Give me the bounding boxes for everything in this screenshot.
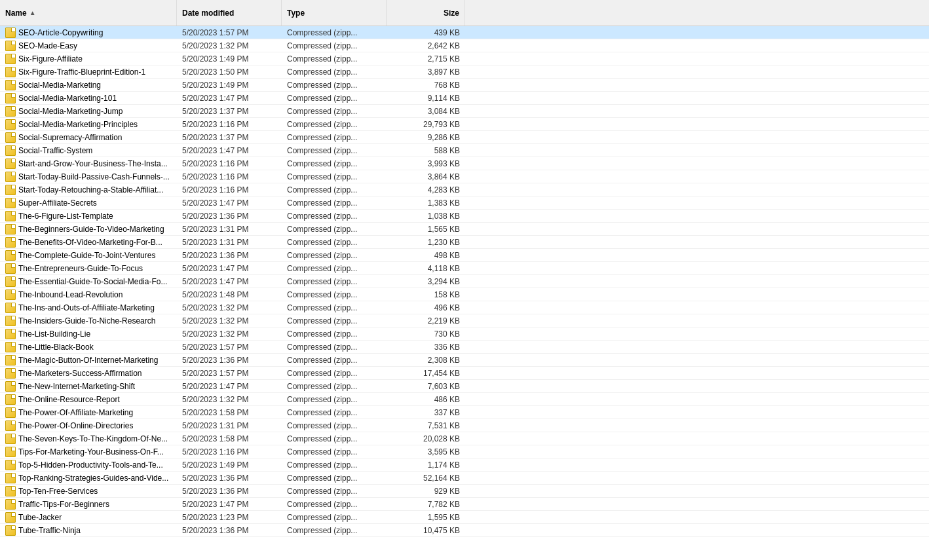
file-size-cell: 1,565 KB <box>387 224 465 234</box>
file-type-cell: Compressed (zipp... <box>282 54 387 64</box>
file-size-cell: 7,782 KB <box>387 499 465 510</box>
table-row[interactable]: Six-Figure-Traffic-Blueprint-Edition-1 5… <box>0 65 929 79</box>
file-type-cell: Compressed (zipp... <box>282 119 387 130</box>
table-row[interactable]: The-Essential-Guide-To-Social-Media-Fo..… <box>0 275 929 288</box>
zip-icon <box>5 263 16 274</box>
table-row[interactable]: Top-Ten-Free-Services 5/20/2023 1:36 PM … <box>0 485 929 498</box>
file-size-cell: 1,230 KB <box>387 237 465 248</box>
header-size[interactable]: Size <box>387 0 465 26</box>
zip-icon <box>5 447 16 457</box>
file-name-text: Six-Figure-Affiliate <box>18 54 83 64</box>
file-date-cell: 5/20/2023 1:16 PM <box>177 185 282 195</box>
file-type-cell: Compressed (zipp... <box>282 145 387 156</box>
table-row[interactable]: Social-Traffic-System 5/20/2023 1:47 PM … <box>0 144 929 157</box>
file-date-cell: 5/20/2023 1:32 PM <box>177 394 282 405</box>
file-name-cell: The-Marketers-Success-Affirmation <box>0 367 177 379</box>
file-size-cell: 3,897 KB <box>387 67 465 77</box>
file-type-cell: Compressed (zipp... <box>282 473 387 483</box>
zip-icon <box>5 198 16 208</box>
table-row[interactable]: The-Ins-and-Outs-of-Affiliate-Marketing … <box>0 301 929 314</box>
table-row[interactable]: The-Inbound-Lead-Revolution 5/20/2023 1:… <box>0 288 929 301</box>
file-type-cell: Compressed (zipp... <box>282 420 387 431</box>
table-row[interactable]: The-List-Building-Lie 5/20/2023 1:32 PM … <box>0 327 929 341</box>
file-name-cell: Start-and-Grow-Your-Business-The-Insta..… <box>0 158 177 170</box>
table-row[interactable]: SEO-Article-Copywriting 5/20/2023 1:57 P… <box>0 26 929 39</box>
table-row[interactable]: Social-Media-Marketing-101 5/20/2023 1:4… <box>0 92 929 105</box>
file-size-cell: 730 KB <box>387 329 465 339</box>
table-row[interactable]: Social-Media-Marketing 5/20/2023 1:49 PM… <box>0 79 929 92</box>
file-name-text: The-Power-Of-Affiliate-Marketing <box>18 408 133 417</box>
table-row[interactable]: The-Beginners-Guide-To-Video-Marketing 5… <box>0 223 929 236</box>
file-size-cell: 336 KB <box>387 342 465 352</box>
file-date-cell: 5/20/2023 1:47 PM <box>177 276 282 287</box>
table-row[interactable]: The-Marketers-Success-Affirmation 5/20/2… <box>0 367 929 380</box>
table-row[interactable]: The-Power-Of-Online-Directories 5/20/202… <box>0 419 929 432</box>
file-date-cell: 5/20/2023 1:36 PM <box>177 211 282 221</box>
table-row[interactable]: The-Magic-Button-Of-Internet-Marketing 5… <box>0 354 929 367</box>
table-row[interactable]: Top-5-Hidden-Productivity-Tools-and-Te..… <box>0 458 929 472</box>
zip-icon <box>5 342 16 352</box>
file-name-text: The-Insiders-Guide-To-Niche-Research <box>18 316 155 326</box>
table-row[interactable]: Start-and-Grow-Your-Business-The-Insta..… <box>0 157 929 170</box>
file-size-cell: 3,595 KB <box>387 447 465 457</box>
file-name-cell: The-Seven-Keys-To-The-Kingdom-Of-Ne... <box>0 433 177 445</box>
table-row[interactable]: Social-Media-Marketing-Principles 5/20/2… <box>0 118 929 131</box>
table-row[interactable]: Social-Supremacy-Affirmation 5/20/2023 1… <box>0 131 929 144</box>
header-type[interactable]: Type <box>282 0 387 26</box>
file-size-cell: 3,084 KB <box>387 106 465 117</box>
table-row[interactable]: The-6-Figure-List-Template 5/20/2023 1:3… <box>0 210 929 223</box>
file-size-cell: 3,864 KB <box>387 172 465 182</box>
table-row[interactable]: Tube-Traffic-Ninja 5/20/2023 1:36 PM Com… <box>0 524 929 537</box>
file-name-text: The-Magic-Button-Of-Internet-Marketing <box>18 356 158 365</box>
table-row[interactable]: The-Entrepreneurs-Guide-To-Focus 5/20/20… <box>0 262 929 275</box>
file-name-text: The-Power-Of-Online-Directories <box>18 421 133 430</box>
table-row[interactable]: Social-Media-Marketing-Jump 5/20/2023 1:… <box>0 105 929 118</box>
file-date-cell: 5/20/2023 1:36 PM <box>177 525 282 536</box>
table-row[interactable]: The-New-Internet-Marketing-Shift 5/20/20… <box>0 380 929 393</box>
table-row[interactable]: Tube-Jacker 5/20/2023 1:23 PM Compressed… <box>0 511 929 524</box>
table-row[interactable]: Start-Today-Build-Passive-Cash-Funnels-.… <box>0 170 929 183</box>
zip-icon <box>5 93 16 103</box>
file-name-cell: The-Online-Resource-Report <box>0 394 177 405</box>
file-date-cell: 5/20/2023 1:58 PM <box>177 434 282 444</box>
header-date[interactable]: Date modified <box>177 0 282 26</box>
file-date-cell: 5/20/2023 1:16 PM <box>177 119 282 130</box>
table-row[interactable]: Top-Ranking-Strategies-Guides-and-Vide..… <box>0 472 929 485</box>
file-name-text: Super-Affiliate-Secrets <box>18 198 97 208</box>
table-row[interactable]: Start-Today-Retouching-a-Stable-Affiliat… <box>0 183 929 196</box>
file-size-cell: 1,038 KB <box>387 211 465 221</box>
table-row[interactable]: The-Benefits-Of-Video-Marketing-For-B...… <box>0 236 929 249</box>
table-row[interactable]: The-Online-Resource-Report 5/20/2023 1:3… <box>0 393 929 406</box>
table-row[interactable]: The-Seven-Keys-To-The-Kingdom-Of-Ne... 5… <box>0 432 929 445</box>
zip-icon <box>5 237 16 248</box>
file-date-cell: 5/20/2023 1:32 PM <box>177 303 282 313</box>
file-name-cell: Start-Today-Build-Passive-Cash-Funnels-.… <box>0 171 177 183</box>
file-size-cell: 1,174 KB <box>387 460 465 470</box>
file-name-text: The-Inbound-Lead-Revolution <box>18 290 123 299</box>
file-name-cell: Social-Media-Marketing <box>0 79 177 91</box>
file-name-text: Tube-Traffic-Ninja <box>18 526 81 535</box>
file-type-cell: Compressed (zipp... <box>282 460 387 470</box>
table-row[interactable]: Six-Figure-Affiliate 5/20/2023 1:49 PM C… <box>0 52 929 65</box>
table-row[interactable]: The-Power-Of-Affiliate-Marketing 5/20/20… <box>0 406 929 419</box>
table-row[interactable]: The-Complete-Guide-To-Joint-Ventures 5/2… <box>0 249 929 262</box>
zip-icon <box>5 145 16 156</box>
file-type-cell: Compressed (zipp... <box>282 41 387 51</box>
table-row[interactable]: The-Insiders-Guide-To-Niche-Research 5/2… <box>0 314 929 327</box>
file-date-cell: 5/20/2023 1:48 PM <box>177 289 282 300</box>
file-type-cell: Compressed (zipp... <box>282 447 387 457</box>
file-size-cell: 9,286 KB <box>387 132 465 143</box>
table-row[interactable]: Tips-For-Marketing-Your-Business-On-F...… <box>0 445 929 458</box>
table-row[interactable]: SEO-Made-Easy 5/20/2023 1:32 PM Compress… <box>0 39 929 52</box>
sort-arrow: ▲ <box>29 9 36 16</box>
table-row[interactable]: Traffic-Tips-For-Beginners 5/20/2023 1:4… <box>0 498 929 511</box>
table-row[interactable]: Super-Affiliate-Secrets 5/20/2023 1:47 P… <box>0 196 929 210</box>
table-row[interactable]: The-Little-Black-Book 5/20/2023 1:57 PM … <box>0 341 929 354</box>
file-name-cell: The-Beginners-Guide-To-Video-Marketing <box>0 223 177 235</box>
file-list-container[interactable]: Name ▲ Date modified Type Size SEO-Artic… <box>0 0 929 560</box>
file-type-cell: Compressed (zipp... <box>282 512 387 523</box>
header-name[interactable]: Name ▲ <box>0 0 177 26</box>
file-date-cell: 5/20/2023 1:49 PM <box>177 460 282 470</box>
file-date-cell: 5/20/2023 1:47 PM <box>177 499 282 510</box>
file-name-cell: SEO-Article-Copywriting <box>0 27 177 39</box>
